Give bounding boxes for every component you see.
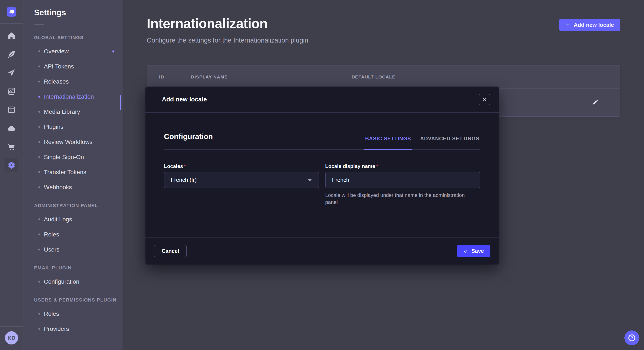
display-name-label: Locale display name* (325, 163, 378, 169)
tabs: BASIC SETTINGS ADVANCED SETTINGS (364, 136, 480, 149)
locales-select-value: French (fr) (171, 177, 196, 183)
save-button[interactable]: Save (457, 245, 490, 257)
close-button[interactable] (479, 94, 490, 105)
required-asterisk: * (184, 163, 186, 169)
configuration-title: Configuration (164, 132, 213, 141)
check-icon (464, 249, 468, 253)
modal-footer: Cancel Save (146, 237, 499, 265)
add-locale-modal: Add new locale Configuration BASIC SETTI… (146, 87, 499, 265)
locales-field-group: Locales* French (fr) (164, 163, 319, 206)
close-icon (482, 97, 486, 102)
modal-body: Configuration BASIC SETTINGS ADVANCED SE… (146, 113, 499, 237)
locales-label: Locales* (164, 163, 186, 169)
display-name-hint: Locale will be displayed under that name… (325, 191, 472, 206)
cancel-button[interactable]: Cancel (154, 245, 187, 257)
display-name-field-group: Locale display name* Locale will be disp… (325, 163, 480, 206)
modal-header: Add new locale (146, 87, 499, 113)
required-asterisk: * (376, 163, 378, 169)
configuration-header-row: Configuration BASIC SETTINGS ADVANCED SE… (164, 132, 480, 150)
modal-title: Add new locale (162, 96, 207, 103)
tab-basic-settings[interactable]: BASIC SETTINGS (364, 136, 412, 149)
chevron-down-icon (308, 178, 312, 181)
form-fields: Locales* French (fr) Locale display name… (164, 163, 480, 206)
tab-advanced-settings[interactable]: ADVANCED SETTINGS (419, 136, 480, 149)
locales-select[interactable]: French (fr) (164, 172, 319, 188)
display-name-input[interactable] (325, 172, 480, 188)
